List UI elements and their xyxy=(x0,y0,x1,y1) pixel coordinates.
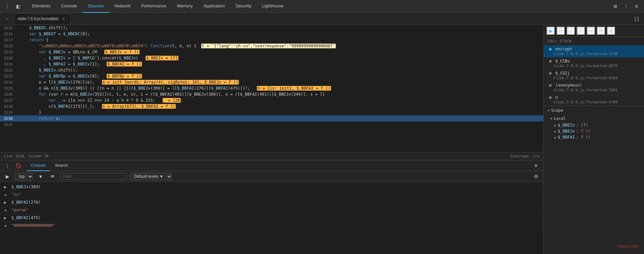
top-bar-right: ⚙ ⋮ ✕ xyxy=(610,2,641,11)
tab-performance[interactable]: Performance xyxy=(136,0,171,13)
code-editor[interactable]: 3215 $_BBEDC.shift(); 3216 var $_BBEGT =… xyxy=(0,25,543,152)
step-out-button[interactable]: ↑ xyxy=(577,27,585,35)
tab-memory[interactable]: Memory xyxy=(172,0,198,13)
expand-arrow-2[interactable]: ▶ xyxy=(4,200,9,205)
console-text-0: $_BBEJv(309) xyxy=(11,185,41,189)
execute-script-button[interactable]: ▶ xyxy=(3,172,12,181)
console-text-5: "0000000000000000" xyxy=(11,223,55,228)
tab-search-bottom[interactable]: Search xyxy=(51,160,72,171)
fn-loc-ccbv: slide.7.8.9.js:formatted:6078 xyxy=(549,64,640,68)
tab-console-bottom[interactable]: Console xyxy=(27,160,50,171)
console-clear-button[interactable]: 🚫 xyxy=(13,161,23,170)
resume-button[interactable]: ▶ xyxy=(546,27,555,35)
close-devtools-button[interactable]: ✕ xyxy=(632,2,641,11)
scope-item-bbej[interactable]: ▶ $_BBEJv : f () xyxy=(544,128,644,134)
top-nav-bar: ⋮ ◧ Elements Console Sources Network Per… xyxy=(0,0,644,13)
console-row-2[interactable]: ▶ $_BBFAI(276) xyxy=(0,199,543,206)
console-row-1[interactable]: ◀ "iv" xyxy=(0,191,543,199)
console-row-5[interactable]: ◀ "0000000000000000" xyxy=(0,222,543,230)
scope-chevron: ▼ xyxy=(548,109,550,112)
file-tab[interactable]: slide.7.8.9.js:formatted ✕ xyxy=(13,13,71,24)
code-line-3229: 3229 } xyxy=(0,109,543,115)
levels-select[interactable]: Default levels ▼ xyxy=(130,173,172,180)
bullet-encrypt: ● xyxy=(549,47,551,51)
console-text-2: $_BBFAI(276) xyxy=(11,200,41,205)
scope-item-bbei[interactable]: ▶ $_BBEIv : [f] xyxy=(544,122,644,128)
bullet-cgij: ● xyxy=(549,71,551,75)
call-stack-header: Call Stack xyxy=(544,37,644,45)
tab-elements[interactable]: Elements xyxy=(27,0,56,13)
step-into-button[interactable]: ↓ xyxy=(567,27,575,35)
more-button[interactable]: ⋮ xyxy=(621,2,631,11)
close-file-tab[interactable]: ✕ xyxy=(61,16,66,21)
cursor-position: Line 3220, Column 70 xyxy=(4,154,48,158)
bottom-tabs: ⋮ 🚫 Console Search ✕ xyxy=(0,160,543,171)
bullet-ccbv: ● xyxy=(549,59,551,63)
watermark: Yuucn.com xyxy=(617,244,639,249)
filter-bar: ▶ top ▼ 👁 Default levels ▼ ⚙ xyxy=(0,171,543,182)
expand-arrow-3[interactable]: ◀ xyxy=(4,208,9,212)
fn-name-cgij: $_CGIj xyxy=(555,71,570,75)
step-over-button[interactable]: ↩ xyxy=(556,27,565,35)
tab-sources[interactable]: Sources xyxy=(83,0,109,13)
nav-tabs: Elements Console Sources Network Perform… xyxy=(27,0,609,13)
file-bar-right: { } xyxy=(632,14,641,23)
expand-arrow-4[interactable]: ▶ xyxy=(4,216,9,220)
deactivate-breakpoints-button[interactable]: ✎ xyxy=(597,27,605,35)
expand-arrow-5[interactable]: ◀ xyxy=(4,223,9,228)
step-button[interactable]: ⇥ xyxy=(587,27,595,35)
fn-loc-encrypt: slide.7.8.9.js:formatted:3230 xyxy=(549,52,640,56)
scope-item-chevron-1: ▶ xyxy=(554,130,556,133)
call-stack-item-o[interactable]: ● o slide.7.8.9.js:formatted:4700 xyxy=(544,94,644,106)
console-row-4[interactable]: ▶ $_BBFAI(475) xyxy=(0,214,543,222)
scope-section: ▼ Scope ▼ Local ▶ $_BBEIv : [f] ▶ $_BBEJ… xyxy=(544,106,644,140)
fn-loc-cgij: slide.7.8.9.js:formatted:8168 xyxy=(549,76,640,80)
devtools-menu-button[interactable]: ⋮ xyxy=(3,2,12,11)
call-stack-item-encrypt[interactable]: ● encrypt slide.7.8.9.js:formatted:3230 xyxy=(544,45,644,57)
scope-prop-name-0: $_BBEIv xyxy=(558,123,575,128)
call-stack-item-ccbv[interactable]: ● $_CCBv slide.7.8.9.js:formatted:6078 xyxy=(544,57,644,69)
fn-name-anon: (anonymous) xyxy=(555,83,582,88)
scope-item-bbfai[interactable]: ▶ $_BBFAI : f () xyxy=(544,134,644,140)
format-icon[interactable]: { } xyxy=(632,14,641,23)
pause-on-exceptions-button[interactable]: ⏸ xyxy=(607,27,615,35)
scope-header[interactable]: ▼ Scope xyxy=(544,106,644,115)
code-line-3225: 3225 n && n[$_BBEJv(309)] || ((n = n || … xyxy=(0,85,543,91)
tab-application[interactable]: Application xyxy=(198,0,230,13)
debug-toolbar: ▶ ↩ ↓ ↑ ⇥ ✎ ⏸ xyxy=(544,25,644,37)
code-line-3228: 3228 s[$_BBFAI(173)](_); s = Array(672),… xyxy=(0,103,543,109)
console-text-3: "parse" xyxy=(11,208,29,212)
expand-arrow-0[interactable]: ▶ xyxy=(4,185,9,189)
expand-panel-icon[interactable]: ◁ xyxy=(3,15,11,23)
code-line-3221: 3221 , $_BBFAI = $_BBEIv[1]; $_BBFAI = f… xyxy=(0,61,543,67)
dock-button[interactable]: ◧ xyxy=(13,2,23,11)
bullet-o: ● xyxy=(549,95,551,100)
settings-button[interactable]: ⚙ xyxy=(610,2,620,11)
filter-down-button[interactable]: ▼ xyxy=(36,172,45,181)
call-stack-item-cgij[interactable]: ● $_CGIj slide.7.8.9.js:formatted:8168 xyxy=(544,69,644,82)
context-select[interactable]: top xyxy=(15,173,33,180)
bullet-anon: ● xyxy=(549,83,551,88)
console-dots-button[interactable]: ⋮ xyxy=(3,161,12,170)
tab-security[interactable]: Security xyxy=(230,0,257,13)
console-output: ▶ $_BBEJv(309) ◀ "iv" ▶ $_BBFAI(276) ◀ "… xyxy=(0,182,543,254)
scope-item-chevron-0: ▶ xyxy=(554,123,556,127)
code-line-3215: 3215 $_BBEDC.shift(); xyxy=(0,25,543,31)
eye-button[interactable]: 👁 xyxy=(48,172,57,181)
bottom-right: ✕ xyxy=(531,161,541,170)
tab-lighthouse[interactable]: Lighthouse xyxy=(257,0,289,13)
scope-prop-name-2: $_BBFAI xyxy=(558,135,575,140)
code-line-3217: 3217 return { xyxy=(0,37,543,43)
filter-input[interactable] xyxy=(60,173,127,180)
console-settings-button[interactable]: ⚙ xyxy=(531,172,541,181)
console-row-3[interactable]: ◀ "parse" xyxy=(0,206,543,214)
scope-local-header[interactable]: ▼ Local xyxy=(544,115,644,122)
bottom-tab-icons: ⋮ 🚫 xyxy=(3,161,23,170)
console-close-button[interactable]: ✕ xyxy=(531,161,541,170)
call-stack-item-anon[interactable]: ● (anonymous) slide.7.8.9.js:formatted:7… xyxy=(544,82,644,94)
console-row-0[interactable]: ▶ $_BBEJv(309) xyxy=(0,183,543,191)
tab-network[interactable]: Network xyxy=(109,0,136,13)
expand-arrow-1[interactable]: ◀ xyxy=(4,193,9,197)
fn-name-encrypt: encrypt xyxy=(555,47,572,51)
tab-console[interactable]: Console xyxy=(56,0,83,13)
